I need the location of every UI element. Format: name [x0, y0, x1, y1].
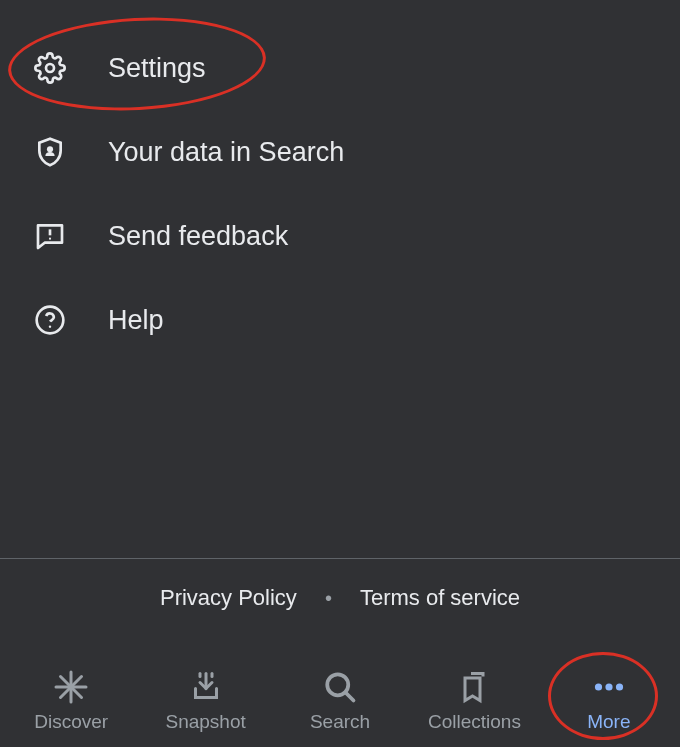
- collections-icon: [456, 669, 492, 705]
- svg-point-15: [595, 683, 602, 690]
- privacy-policy-link[interactable]: Privacy Policy: [160, 585, 297, 611]
- terms-of-service-link[interactable]: Terms of service: [360, 585, 520, 611]
- footer-separator: •: [325, 587, 332, 610]
- nav-item-collections[interactable]: Collections: [407, 669, 541, 733]
- menu-item-your-data[interactable]: Your data in Search: [0, 110, 680, 194]
- search-icon: [322, 669, 358, 705]
- svg-line-14: [346, 693, 354, 701]
- more-icon: [591, 669, 627, 705]
- menu-label-settings: Settings: [108, 53, 206, 84]
- svg-point-0: [46, 64, 54, 72]
- menu-item-settings[interactable]: Settings: [0, 26, 680, 110]
- shield-user-icon: [34, 136, 66, 168]
- nav-item-more[interactable]: More: [542, 669, 676, 733]
- menu-item-send-feedback[interactable]: Send feedback: [0, 194, 680, 278]
- discover-icon: [53, 669, 89, 705]
- menu-label-send-feedback: Send feedback: [108, 221, 288, 252]
- svg-point-1: [47, 146, 53, 152]
- menu-list: Settings Your data in Search Send feedba…: [0, 0, 680, 362]
- nav-item-search[interactable]: Search: [273, 669, 407, 733]
- footer-links: Privacy Policy • Terms of service: [0, 585, 680, 611]
- help-icon: [34, 304, 66, 336]
- bottom-nav: Discover Snapshot Search: [0, 657, 680, 747]
- nav-label-collections: Collections: [428, 711, 521, 733]
- nav-item-discover[interactable]: Discover: [4, 669, 138, 733]
- gear-icon: [34, 52, 66, 84]
- snapshot-icon: [188, 669, 224, 705]
- svg-point-5: [49, 325, 51, 327]
- nav-label-snapshot: Snapshot: [165, 711, 245, 733]
- menu-label-your-data: Your data in Search: [108, 137, 344, 168]
- menu-label-help: Help: [108, 305, 164, 336]
- svg-point-16: [605, 683, 612, 690]
- feedback-icon: [34, 220, 66, 252]
- nav-label-search: Search: [310, 711, 370, 733]
- nav-item-snapshot[interactable]: Snapshot: [138, 669, 272, 733]
- nav-label-discover: Discover: [34, 711, 108, 733]
- nav-label-more: More: [587, 711, 630, 733]
- svg-point-17: [616, 683, 623, 690]
- divider: [0, 558, 680, 559]
- svg-point-3: [49, 238, 51, 240]
- menu-item-help[interactable]: Help: [0, 278, 680, 362]
